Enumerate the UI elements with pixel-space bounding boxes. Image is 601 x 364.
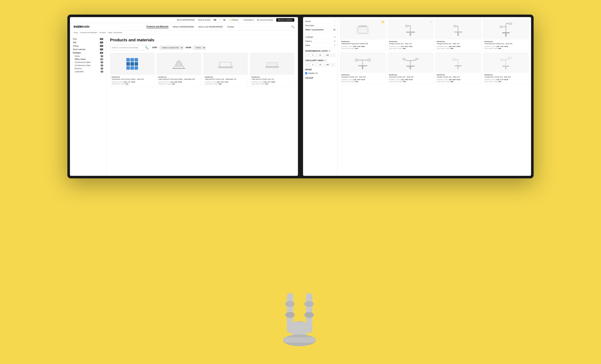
search-icon[interactable]: 🔍 — [291, 25, 294, 28]
sidebar-item-sheet[interactable]: Sheet materials 13 — [73, 48, 103, 51]
sidebar-sub-desks[interactable]: Desks ↗ — [75, 55, 103, 58]
env-costs-mid[interactable] — [317, 53, 323, 57]
sidebar-sub-conf-tables[interactable]: (Conference) tables ↗ — [75, 61, 103, 64]
sidebar-sub-conf-chairs[interactable]: (Conference) chairs ↗ — [75, 64, 103, 67]
right-product-card-8[interactable]: DATAFLEX Viewlite plus monitor arm - des… — [483, 53, 529, 84]
about-link[interactable]: About INSIDE/INSIDE — [177, 19, 195, 21]
top-bar: About INSIDE/INSIDE News & Events EN / N… — [70, 17, 298, 23]
sidebar-item-furniture[interactable]: Furniture 46 — [73, 51, 103, 55]
sidebar-sub-office-chairs[interactable]: Office chairs 19 — [75, 58, 103, 61]
right-product-card-7[interactable]: DATAFLEX Viewlite monitor arm - desk 122… — [435, 53, 481, 84]
nav-products[interactable]: Products and Materials — [146, 25, 169, 28]
breadcrumb-home[interactable]: Home — [74, 32, 78, 33]
env-costs-info-icon[interactable]: ⓘ — [329, 50, 330, 52]
product-circularity-1: CIRCULARITY INDEX 41% — [112, 83, 153, 85]
nav-how[interactable]: How to use INSIDE/INSIDE — [198, 26, 223, 28]
env-costs-min[interactable] — [310, 53, 316, 57]
right-product-img-2: ♡ — [388, 20, 433, 39]
sidebar-item-floor[interactable]: Floor 56 — [73, 37, 103, 41]
svg-rect-5 — [220, 63, 230, 66]
right-product-body-3: DATAFLEX Viewgo monitor arm - desk 120 E… — [435, 39, 481, 51]
lang-nl[interactable]: NL — [223, 19, 226, 21]
favourites-link[interactable]: ♡ Favourites 0 — [241, 19, 254, 21]
right-cat-coatings[interactable]: Coatings 0 — [305, 35, 335, 39]
product-costs-4: ENVIRON. COSTS 2.42 - 1.17 = €2.25 — [251, 81, 293, 83]
svg-rect-8 — [268, 63, 276, 66]
show-select[interactable]: Photos — [193, 46, 206, 49]
product-card-4[interactable]: DATAFLEX Addit Bento® monitor riser 110 … — [250, 53, 294, 87]
sidebar: Floor 56 Wall 42 Ceiling 13 Sheet materi… — [70, 35, 106, 176]
circularity-next[interactable]: › — [331, 63, 335, 66]
become-partner-button[interactable]: Become a partner — [276, 18, 294, 22]
right-cat-other[interactable]: Other / accessories 18 — [305, 28, 335, 32]
circularity-prev[interactable]: ‹ — [305, 63, 309, 66]
right-product-img-6 — [388, 53, 433, 73]
right-product-grid: 📁 DATAFLEX Addit Bento® ergonomic toolbo… — [340, 19, 529, 84]
right-product-card-2[interactable]: ♡ DATAFLEX Viewgo monitor arm - — [388, 19, 433, 51]
env-costs-prev[interactable]: ‹ — [305, 53, 309, 57]
lang-en[interactable]: EN — [214, 19, 216, 21]
right-product-card-1[interactable]: 📁 DATAFLEX Addit Bento® ergonomic toolbo… — [340, 19, 386, 51]
env-costs-max[interactable] — [324, 53, 331, 57]
breadcrumb-products[interactable]: Products and Materials — [80, 32, 97, 33]
svg-rect-29 — [509, 23, 512, 25]
brand-dataflex[interactable]: Dataflex 18 — [305, 72, 335, 75]
right-cat-fabrics[interactable]: Fabrics 0 — [305, 39, 335, 43]
svg-point-57 — [285, 312, 295, 318]
search-box[interactable]: 🔍 — [110, 45, 150, 50]
breadcrumb-furniture[interactable]: Furniture — [99, 32, 106, 33]
nav-what[interactable]: What is INSIDE/INSIDE — [173, 26, 194, 28]
circularity-min[interactable] — [310, 63, 316, 66]
right-cat-armchairs[interactable]: Armchairs › — [305, 23, 335, 28]
news-link[interactable]: News & Events — [198, 19, 210, 21]
right-product-circ-1: CIRCULARITY INDEX 41% — [341, 48, 384, 49]
right-product-costs-2: ENVIRON. COSTS 1.72 - 0.51 = €1.21 — [389, 46, 432, 47]
right-product-card-3[interactable]: DATAFLEX Viewgo monitor arm - desk 120 E… — [435, 19, 481, 51]
search-input[interactable] — [112, 47, 144, 49]
nav-contact[interactable]: Contact — [227, 26, 234, 28]
product-img-2 — [157, 53, 201, 75]
breadcrumb-other[interactable]: Other / accessories — [108, 32, 122, 33]
page-title: Products and materials — [110, 38, 294, 42]
svg-rect-52 — [501, 59, 503, 61]
product-brand-3: DATAFLEX — [205, 76, 246, 78]
right-product-costs-7: ENVIRON. COSTS 1.96 - 0.64 = €1.32 — [437, 79, 480, 80]
heart-icon[interactable]: ♡ — [430, 20, 432, 23]
product-card-2[interactable]: DATAFLEX Addit ErgoDoc® document holder … — [157, 53, 201, 87]
projects-link[interactable]: 📁 Projects — [229, 19, 238, 21]
right-product-body-2: DATAFLEX Viewgo monitor arm - desk 130 E… — [388, 39, 433, 51]
svg-rect-13 — [410, 32, 411, 36]
right-product-body-7: DATAFLEX Viewlite monitor arm - desk 122… — [435, 73, 481, 84]
sidebar-sub-cupboards[interactable]: Cupboards ↗ — [75, 70, 103, 73]
logo: insideinside — [74, 25, 90, 29]
dual-monitor: About INSIDE/INSIDE News & Events EN / N… — [67, 15, 534, 178]
circularity-info-icon[interactable]: ⓘ — [324, 59, 326, 62]
sidebar-item-wall[interactable]: Wall 42 — [73, 41, 103, 44]
sidebar-sub-benches[interactable]: Benches ↗ — [75, 67, 103, 70]
right-product-card-4[interactable]: DATAFLEX Viewmate plus monitor arm - des… — [483, 19, 529, 51]
my-account-link[interactable]: My account (Guest) — [257, 19, 273, 21]
right-product-brand-8: DATAFLEX — [484, 74, 527, 76]
right-cat-other2[interactable]: Other 1 — [305, 43, 335, 48]
lang-sep: / — [220, 19, 220, 21]
product-card-3[interactable]: DATAFLEX Addit Bento® monitor riser - ad… — [203, 53, 248, 87]
right-product-body-1: DATAFLEX Addit Bento® ergonomic toolbox … — [340, 39, 386, 51]
right-product-card-6[interactable]: DATAFLEX Viewmate monitor arm - desk 642… — [388, 53, 433, 84]
svg-rect-4 — [218, 67, 233, 68]
nav-links: Products and Materials What is INSIDE/IN… — [95, 25, 286, 28]
brand-dataflex-checkbox[interactable] — [305, 72, 307, 74]
brand-section: BRAND Dataflex 18 — [305, 69, 335, 75]
right-product-card-5[interactable]: DATAFLEX Viewmate monitor arm - desk 662… — [340, 53, 386, 84]
sidebar-item-ceiling[interactable]: Ceiling 13 — [73, 44, 103, 48]
sort-select[interactable]: Added on (newest first) — [160, 46, 183, 49]
svg-rect-53 — [509, 57, 511, 59]
circularity-max[interactable] — [324, 63, 331, 66]
right-product-name-1: Addit Bento® ergonomic toolbox 900 — [341, 43, 384, 45]
right-product-brand-5: DATAFLEX — [341, 74, 384, 76]
env-costs-next[interactable]: › — [331, 53, 335, 57]
product-costs-2: ENVIRON. COSTS 1.04 - 0.08 = €0.96 — [158, 81, 200, 83]
right-cat-stools[interactable]: Stools › — [305, 19, 335, 23]
folder-icon[interactable]: 📁 — [381, 20, 384, 23]
circularity-mid[interactable] — [317, 63, 323, 66]
product-card-1[interactable]: DATAFLEX Viewmaster multi monitor system… — [110, 53, 154, 87]
